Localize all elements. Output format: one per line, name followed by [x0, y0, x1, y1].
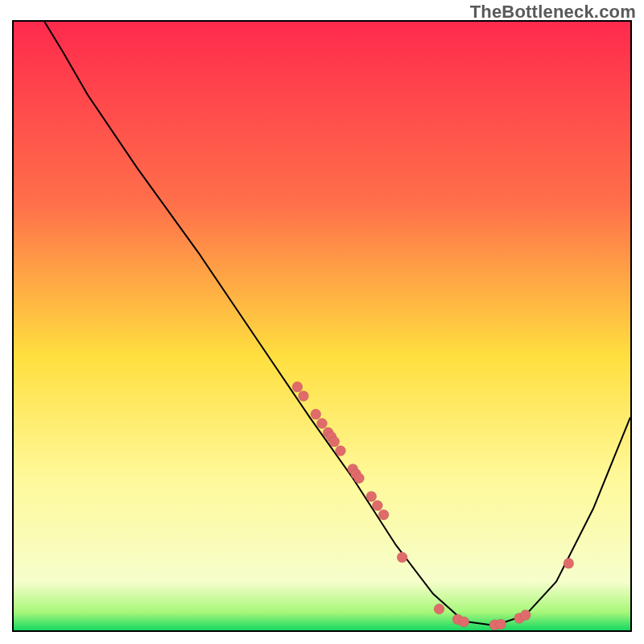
- data-point: [354, 473, 365, 484]
- chart-svg: [14, 22, 630, 630]
- watermark-text: TheBottleneck.com: [470, 2, 636, 23]
- data-point: [366, 491, 377, 502]
- data-point: [292, 382, 303, 392]
- data-point: [434, 604, 444, 614]
- data-point: [459, 617, 469, 627]
- data-point: [397, 552, 407, 563]
- data-point: [311, 409, 321, 419]
- data-point: [336, 446, 346, 456]
- data-point: [564, 558, 574, 568]
- data-point: [520, 610, 530, 621]
- chart-frame: [12, 20, 632, 632]
- data-point: [329, 436, 340, 447]
- chart-background: [14, 22, 630, 630]
- data-point: [496, 619, 506, 630]
- data-point: [299, 390, 309, 401]
- data-point: [372, 501, 382, 511]
- data-point: [378, 510, 389, 520]
- data-point: [317, 419, 328, 429]
